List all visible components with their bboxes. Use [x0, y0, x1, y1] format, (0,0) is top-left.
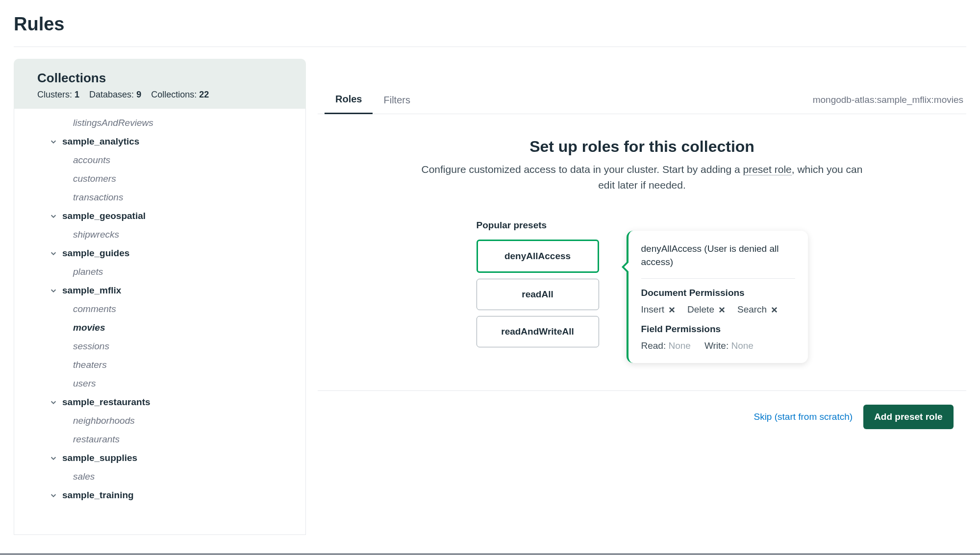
collection-item[interactable]: planets [14, 263, 305, 281]
collections-count: 22 [199, 90, 209, 99]
collections-label: Collections: [151, 90, 197, 99]
denied-icon [718, 306, 726, 314]
preset-role-link[interactable]: preset role [743, 164, 792, 175]
denied-icon [771, 306, 778, 314]
database-item[interactable]: sample_guides [14, 244, 305, 263]
chevron-down-icon [50, 398, 57, 406]
database-name: sample_geospatial [62, 211, 146, 221]
collections-sidebar: Collections Clusters: 1 Databases: 9 Col… [14, 59, 306, 535]
collection-item[interactable]: users [14, 374, 305, 393]
skip-link[interactable]: Skip (start from scratch) [754, 412, 853, 422]
collection-item[interactable]: customers [14, 170, 305, 188]
perm-search: Search [737, 304, 778, 315]
presets-column: Popular presets denyAllAccess readAll re… [477, 220, 599, 353]
presets-heading: Popular presets [477, 220, 599, 231]
divider [14, 47, 966, 47]
tab-filters[interactable]: Filters [373, 88, 421, 114]
chevron-down-icon [50, 287, 57, 294]
collection-item[interactable]: theaters [14, 356, 305, 374]
database-name: sample_restaurants [62, 397, 151, 408]
perm-delete-label: Delete [687, 304, 714, 315]
tab-roles[interactable]: Roles [325, 87, 373, 114]
database-item[interactable]: sample_training [14, 486, 305, 505]
collection-item[interactable]: sales [14, 467, 305, 486]
database-name: sample_analytics [62, 136, 139, 147]
collections-tree: listingsAndReviewssample_analyticsaccoun… [14, 109, 306, 535]
sidebar-stats: Clusters: 1 Databases: 9 Collections: 22 [37, 90, 292, 100]
preset-denyallaccess[interactable]: denyAllAccess [477, 240, 599, 273]
chevron-down-icon [50, 249, 57, 257]
document-permissions-title: Document Permissions [641, 288, 795, 298]
collection-item[interactable]: neighborhoods [14, 412, 305, 430]
field-read: Read: None [641, 340, 691, 351]
chevron-down-icon [50, 212, 57, 220]
denied-icon [668, 306, 676, 314]
chevron-down-icon [50, 138, 57, 145]
field-read-label: Read [641, 340, 663, 351]
database-name: sample_training [62, 490, 134, 501]
tab-bar: Roles Filters mongodb-atlas:sample_mflix… [318, 86, 966, 114]
page-bottom-rule [0, 554, 980, 555]
setup-subtitle: Configure customized access to data in y… [422, 162, 863, 193]
chevron-down-icon [50, 454, 57, 462]
page-title: Rules [14, 14, 966, 35]
perm-search-label: Search [737, 304, 767, 315]
collection-item[interactable]: listingsAndReviews [14, 114, 305, 132]
clusters-count: 1 [75, 90, 79, 99]
database-item[interactable]: sample_geospatial [14, 207, 305, 225]
field-permissions-title: Field Permissions [641, 324, 795, 335]
collection-item[interactable]: accounts [14, 151, 305, 170]
chevron-down-icon [50, 491, 57, 499]
field-write: Write: None [704, 340, 754, 351]
preset-readandwriteall[interactable]: readAndWriteAll [477, 316, 599, 347]
preset-detail-card: denyAllAccess (User is denied all access… [627, 231, 808, 363]
database-item[interactable]: sample_supplies [14, 449, 305, 467]
database-name: sample_mflix [62, 285, 121, 296]
sidebar-header: Collections Clusters: 1 Databases: 9 Col… [14, 59, 306, 109]
perm-insert: Insert [641, 304, 676, 315]
database-name: sample_guides [62, 248, 129, 259]
clusters-label: Clusters: [37, 90, 72, 99]
field-write-value: None [731, 340, 753, 351]
preset-readall[interactable]: readAll [477, 279, 599, 310]
field-permissions-row: Read: None Write: None [641, 340, 795, 351]
databases-label: Databases: [89, 90, 134, 99]
collection-item[interactable]: transactions [14, 188, 305, 207]
setup-title: Set up roles for this collection [318, 138, 966, 156]
perm-delete: Delete [687, 304, 726, 315]
field-write-label: Write [704, 340, 726, 351]
document-permissions-row: Insert Delete Search [641, 304, 795, 315]
main-panel: Roles Filters mongodb-atlas:sample_mflix… [318, 59, 966, 535]
database-item[interactable]: sample_restaurants [14, 393, 305, 412]
database-name: sample_supplies [62, 453, 137, 463]
actions-row: Skip (start from scratch) Add preset rol… [331, 391, 954, 429]
field-read-value: None [668, 340, 690, 351]
databases-count: 9 [136, 90, 141, 99]
collection-item[interactable]: restaurants [14, 430, 305, 449]
add-preset-role-button[interactable]: Add preset role [863, 405, 953, 429]
breadcrumb: mongodb-atlas:sample_mflix:movies [813, 95, 966, 105]
collection-item[interactable]: movies [14, 318, 305, 337]
perm-insert-label: Insert [641, 304, 665, 315]
database-item[interactable]: sample_mflix [14, 281, 305, 300]
collection-item[interactable]: sessions [14, 337, 305, 356]
setup-subtitle-pre: Configure customized access to data in y… [422, 164, 743, 175]
collection-item[interactable]: shipwrecks [14, 225, 305, 244]
collection-item[interactable]: comments [14, 300, 305, 318]
database-item[interactable]: sample_analytics [14, 132, 305, 151]
preset-description: denyAllAccess (User is denied all access… [641, 242, 795, 279]
sidebar-title: Collections [37, 71, 292, 86]
